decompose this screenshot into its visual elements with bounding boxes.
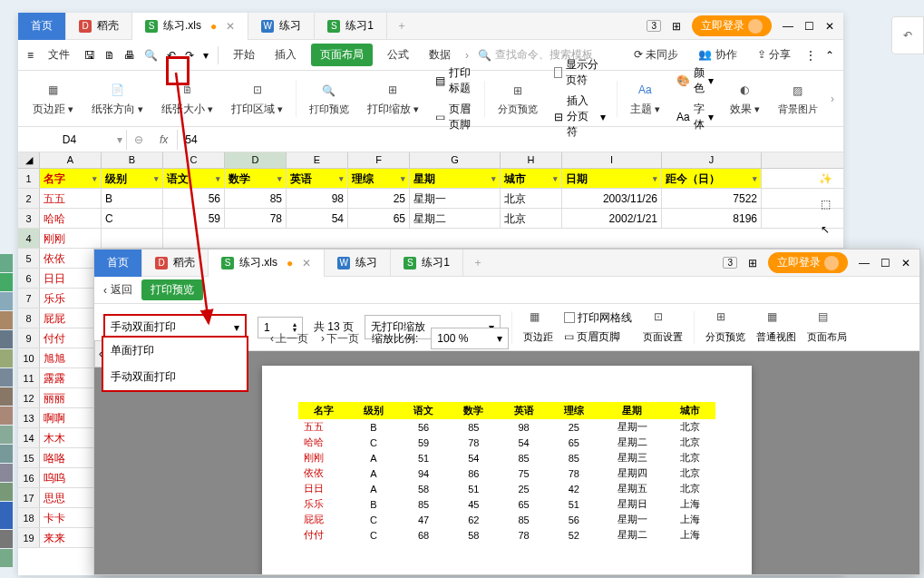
col-G[interactable]: G: [410, 152, 501, 168]
pv-breakview[interactable]: ⊞分页预览: [705, 310, 745, 344]
chevron-right-icon[interactable]: ›: [465, 49, 469, 62]
menu-start[interactable]: 开始: [228, 44, 260, 66]
pv-layout[interactable]: ▤页面布局: [807, 310, 847, 344]
cell[interactable]: 哈哈: [40, 209, 102, 228]
col-D[interactable]: D: [225, 152, 287, 168]
cursor-icon[interactable]: ↖: [821, 223, 830, 236]
row-num[interactable]: 8: [18, 309, 40, 328]
cell[interactable]: 付付: [40, 328, 102, 348]
col-C[interactable]: C: [163, 152, 225, 168]
row-num[interactable]: 10: [18, 348, 40, 367]
cell[interactable]: 刚刚: [40, 229, 102, 248]
dropdown-icon[interactable]: ▾: [203, 49, 209, 62]
ribbon-theme[interactable]: Aa主题 ▾: [625, 80, 666, 117]
row-num[interactable]: 11: [18, 368, 40, 387]
ribbon-margins[interactable]: ▦页边距 ▾: [27, 80, 79, 117]
undo-icon[interactable]: ↶: [167, 49, 176, 62]
ribbon-scale[interactable]: ⊞打印缩放 ▾: [362, 80, 424, 117]
cell[interactable]: 旭旭: [40, 348, 102, 367]
cell[interactable]: 54: [287, 209, 348, 228]
pv-margins[interactable]: ▦页边距: [523, 310, 553, 344]
pv-normal[interactable]: ▦普通视图: [756, 310, 796, 344]
cell[interactable]: 城市▾: [501, 169, 562, 188]
row-num[interactable]: 12: [18, 388, 40, 407]
row-num[interactable]: 9: [18, 328, 40, 348]
filter-icon[interactable]: ▾: [92, 169, 97, 188]
close-icon[interactable]: ✕: [825, 20, 834, 33]
grid-icon[interactable]: ⊞: [748, 257, 757, 269]
cell-ref-input[interactable]: D4 ▾: [18, 130, 127, 150]
ribbon-preview[interactable]: 🔍打印预览: [304, 81, 355, 116]
preview-icon[interactable]: 🔍: [144, 49, 158, 62]
zoom-out-icon[interactable]: ⊖: [127, 133, 151, 146]
col-B[interactable]: B: [102, 152, 163, 168]
ribbon-effect[interactable]: ◐效果 ▾: [725, 80, 765, 117]
pv-tab-daoke[interactable]: D稻壳: [142, 250, 209, 277]
cell[interactable]: 丽丽: [40, 388, 102, 407]
cell[interactable]: 呜呜: [40, 468, 102, 487]
tab-add[interactable]: ＋: [387, 18, 416, 34]
row-num[interactable]: 14: [18, 428, 40, 447]
cell[interactable]: 2003/11/26: [562, 189, 662, 208]
select-icon[interactable]: ⬚: [821, 198, 831, 211]
cell[interactable]: 理综▾: [348, 169, 410, 188]
tab-daoke[interactable]: D稻壳: [66, 13, 132, 40]
tab-file3[interactable]: S练习1: [315, 13, 387, 40]
next-page[interactable]: › 下一页: [321, 331, 359, 347]
row-num[interactable]: 16: [18, 468, 40, 487]
zoom-dropdown[interactable]: 100 %▾: [431, 328, 509, 349]
cell[interactable]: 25: [348, 189, 410, 208]
print-icon[interactable]: 🖶: [124, 49, 135, 62]
cell[interactable]: 北京: [501, 189, 562, 208]
cell[interactable]: 露露: [40, 368, 102, 387]
ribbon-more-icon[interactable]: ›: [831, 93, 834, 105]
collapse-icon[interactable]: ⌃: [825, 49, 834, 62]
cell[interactable]: 78: [225, 209, 287, 228]
ribbon-size[interactable]: 🗎纸张大小 ▾: [156, 80, 219, 117]
cell[interactable]: 五五: [40, 189, 102, 208]
ai-icon[interactable]: ✨: [819, 172, 832, 185]
cell[interactable]: 2002/1/21: [562, 209, 662, 228]
cell[interactable]: [102, 229, 163, 248]
pv-tab-file3[interactable]: S练习1: [391, 250, 463, 277]
ribbon-orientation[interactable]: 📄纸张方向 ▾: [86, 80, 149, 117]
col-H[interactable]: H: [501, 152, 562, 168]
cell[interactable]: 名字▾: [40, 169, 102, 188]
row-num[interactable]: 5: [18, 249, 40, 268]
cell[interactable]: 依依: [40, 249, 102, 268]
prev-page[interactable]: ‹ 上一页: [270, 331, 308, 347]
fx-label[interactable]: fx: [151, 133, 177, 146]
close-icon[interactable]: ✕: [901, 257, 910, 269]
option-single[interactable]: 单面打印: [103, 338, 247, 364]
pv-gridlines[interactable]: 打印网格线: [564, 310, 632, 326]
cell[interactable]: 级别▾: [102, 169, 163, 188]
cell[interactable]: 乐乐: [40, 289, 102, 308]
more-icon[interactable]: ⋮: [805, 49, 816, 62]
ribbon-bgimg[interactable]: ▨背景图片: [773, 81, 823, 116]
menu-icon[interactable]: ≡: [27, 49, 34, 62]
row-num[interactable]: 6: [18, 269, 40, 288]
row-num[interactable]: 18: [18, 508, 40, 527]
cell[interactable]: 星期▾: [410, 169, 501, 188]
cell[interactable]: C: [102, 209, 163, 228]
pv-tab-home[interactable]: 首页: [94, 250, 142, 277]
ribbon-print-area[interactable]: ⊡打印区域 ▾: [226, 80, 288, 117]
cell[interactable]: 木木: [40, 428, 102, 447]
minimize-icon[interactable]: —: [859, 257, 870, 269]
grid-icon[interactable]: ⊞: [672, 20, 681, 33]
side-undo-panel[interactable]: ↶: [891, 16, 924, 54]
pv-tab-add[interactable]: ＋: [463, 255, 492, 270]
saveas-icon[interactable]: 🗎: [104, 49, 115, 62]
checkbox-icon[interactable]: [554, 67, 562, 78]
row-num[interactable]: 15: [18, 448, 40, 467]
cell[interactable]: 98: [287, 189, 348, 208]
close-icon[interactable]: ✕: [302, 257, 311, 269]
menu-share[interactable]: ⇪ 分享: [752, 44, 796, 66]
cell[interactable]: 星期二: [410, 209, 501, 228]
row-num[interactable]: 13: [18, 408, 40, 427]
login-button[interactable]: 立即登录: [692, 15, 772, 36]
counter-icon[interactable]: 3: [647, 20, 661, 32]
cell[interactable]: B: [102, 189, 163, 208]
tab-file1[interactable]: S练习.xls●✕: [132, 13, 248, 40]
close-icon[interactable]: ✕: [226, 20, 235, 33]
